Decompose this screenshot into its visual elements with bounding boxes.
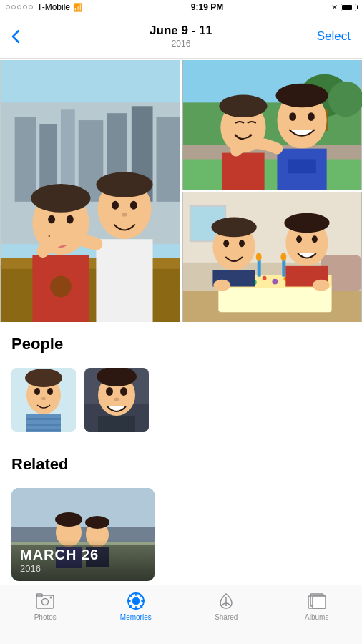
svg-rect-39 — [288, 159, 316, 173]
albums-tab-icon — [307, 591, 327, 611]
people-title: People — [11, 335, 351, 353]
shared-tab-icon — [216, 591, 236, 611]
carrier-label: T-Mobile — [37, 2, 70, 12]
related-card-date: MARCH 26 — [20, 547, 146, 563]
photo-top-right[interactable] — [182, 60, 362, 190]
svg-point-104 — [50, 597, 52, 599]
svg-point-50 — [263, 276, 267, 280]
status-left: T-Mobile 📶 — [6, 2, 83, 12]
svg-point-62 — [223, 240, 229, 247]
photo-2-image — [182, 60, 362, 190]
photos-tab-label: Photos — [34, 613, 57, 621]
memories-tab-label: Memories — [120, 613, 152, 621]
person-1-photo — [11, 368, 76, 432]
svg-rect-23 — [96, 239, 152, 322]
page-subtitle: 2016 — [150, 39, 212, 49]
svg-rect-57 — [282, 259, 285, 277]
page-title: June 9 - 11 — [150, 24, 212, 38]
svg-point-77 — [41, 397, 46, 400]
svg-point-13 — [48, 215, 55, 224]
svg-point-51 — [272, 279, 278, 285]
svg-point-67 — [296, 235, 302, 243]
svg-point-61 — [211, 218, 256, 238]
svg-rect-80 — [26, 424, 61, 426]
svg-point-95 — [55, 512, 82, 527]
svg-rect-10 — [1, 258, 180, 269]
svg-point-17 — [50, 276, 72, 298]
svg-point-106 — [132, 597, 140, 605]
related-card-overlay: MARCH 26 2016 — [11, 540, 155, 581]
svg-point-66 — [284, 213, 329, 233]
nav-center: June 9 - 11 2016 — [150, 24, 212, 48]
status-right: ⨯ — [331, 3, 356, 12]
related-section: MARCH 26 2016 — [0, 488, 362, 592]
navigation-header: June 9 - 11 2016 Select — [0, 14, 362, 59]
svg-point-71 — [313, 280, 330, 291]
person-2-thumb[interactable] — [84, 368, 149, 432]
svg-point-27 — [328, 82, 362, 117]
svg-point-98 — [85, 516, 109, 529]
svg-rect-56 — [258, 259, 261, 277]
svg-point-14 — [67, 215, 74, 224]
svg-point-19 — [96, 172, 152, 197]
svg-point-88 — [114, 398, 119, 401]
people-section-header: People — [0, 323, 362, 368]
svg-rect-79 — [26, 418, 61, 420]
svg-point-70 — [213, 280, 230, 291]
photo-bottom-right[interactable] — [182, 192, 362, 322]
svg-rect-8 — [156, 117, 180, 202]
shared-tab-label: Shared — [215, 613, 238, 621]
svg-rect-33 — [222, 153, 264, 190]
svg-point-22 — [122, 213, 127, 217]
svg-point-37 — [308, 112, 315, 121]
svg-point-87 — [120, 387, 127, 396]
tab-albums[interactable]: Albums — [272, 591, 363, 621]
svg-rect-91 — [11, 488, 155, 531]
select-button[interactable]: Select — [315, 29, 351, 44]
svg-point-32 — [219, 94, 267, 117]
related-card-year: 2016 — [20, 563, 146, 574]
svg-point-86 — [106, 387, 113, 396]
svg-point-75 — [34, 388, 40, 395]
person-2-photo — [84, 368, 149, 432]
svg-point-76 — [47, 388, 53, 395]
svg-point-20 — [112, 201, 119, 210]
photos-tab-icon — [35, 591, 55, 611]
signal-strength — [6, 5, 33, 9]
photo-right-column — [182, 60, 362, 322]
svg-rect-2 — [15, 117, 36, 202]
svg-point-63 — [239, 240, 245, 247]
tab-bar: Photos Memories — [0, 585, 362, 644]
tab-photos[interactable]: Photos — [0, 591, 91, 621]
tab-memories[interactable]: Memories — [91, 591, 182, 621]
svg-rect-81 — [26, 429, 61, 431]
svg-rect-118 — [313, 596, 326, 608]
svg-rect-9 — [1, 265, 180, 322]
battery-indicator — [341, 4, 356, 11]
bluetooth-icon: ⨯ — [331, 3, 338, 12]
svg-point-58 — [256, 253, 262, 261]
svg-point-21 — [130, 201, 137, 210]
related-section-header: Related — [0, 444, 362, 488]
svg-point-103 — [42, 599, 49, 605]
wifi-icon: 📶 — [73, 3, 83, 12]
tab-shared[interactable]: Shared — [181, 591, 272, 621]
related-card-1[interactable]: MARCH 26 2016 — [11, 488, 155, 581]
svg-point-35 — [275, 84, 328, 108]
svg-point-59 — [280, 253, 286, 261]
photo-grid — [0, 59, 362, 323]
people-row — [0, 368, 362, 444]
back-button[interactable] — [11, 29, 40, 44]
person-1-thumb[interactable] — [11, 368, 76, 432]
svg-rect-89 — [98, 416, 135, 432]
photo-1-image — [0, 60, 180, 322]
status-time: 9:19 PM — [191, 2, 223, 12]
albums-tab-label: Albums — [305, 613, 328, 621]
svg-point-36 — [289, 112, 296, 121]
photo-large[interactable] — [0, 60, 180, 322]
related-title: Related — [11, 455, 351, 474]
svg-point-68 — [312, 235, 318, 243]
photo-3-image — [182, 192, 362, 322]
svg-point-12 — [31, 184, 90, 213]
memories-tab-icon — [126, 591, 146, 611]
